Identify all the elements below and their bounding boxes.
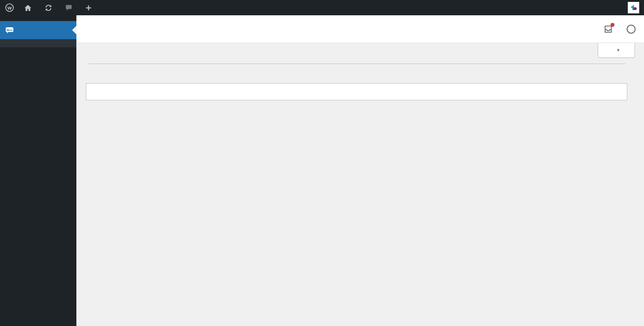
payment-methods-table bbox=[86, 83, 627, 100]
svg-text:W: W bbox=[8, 5, 12, 11]
plus-icon bbox=[85, 4, 92, 11]
main-page: ▼ bbox=[76, 15, 644, 326]
sidebar: Woo bbox=[0, 15, 76, 326]
site-name-menu[interactable] bbox=[19, 0, 40, 15]
column-method bbox=[142, 84, 347, 100]
notification-dot bbox=[611, 23, 614, 27]
wordpress-logo-icon: W bbox=[5, 3, 14, 12]
admin-bar: W bbox=[0, 0, 644, 15]
finish-setup-button[interactable] bbox=[626, 22, 636, 36]
comments-menu[interactable] bbox=[60, 0, 80, 15]
svg-text:Woo: Woo bbox=[7, 29, 13, 32]
sidebar-item-woocommerce[interactable]: Woo bbox=[0, 21, 76, 39]
home-icon bbox=[24, 4, 32, 12]
inbox-icon bbox=[603, 24, 613, 34]
avatar[interactable] bbox=[628, 2, 639, 13]
updates-menu[interactable] bbox=[40, 0, 60, 15]
new-content-menu[interactable] bbox=[80, 0, 100, 15]
finish-setup-icon bbox=[626, 24, 636, 34]
comment-icon bbox=[65, 4, 73, 11]
column-description bbox=[383, 84, 579, 100]
table-header-row bbox=[86, 84, 627, 100]
woocommerce-icon: Woo bbox=[5, 25, 14, 35]
chevron-down-icon: ▼ bbox=[616, 48, 621, 53]
updates-icon bbox=[44, 4, 53, 12]
column-enabled bbox=[347, 84, 383, 100]
woocommerce-submenu bbox=[0, 39, 76, 47]
wordpress-logo-menu[interactable]: W bbox=[0, 0, 19, 15]
page-header bbox=[76, 15, 644, 43]
current-menu-arrow bbox=[72, 26, 76, 34]
help-button[interactable]: ▼ bbox=[598, 43, 635, 58]
content-area: ▼ bbox=[76, 43, 644, 326]
inbox-button[interactable] bbox=[603, 22, 613, 36]
